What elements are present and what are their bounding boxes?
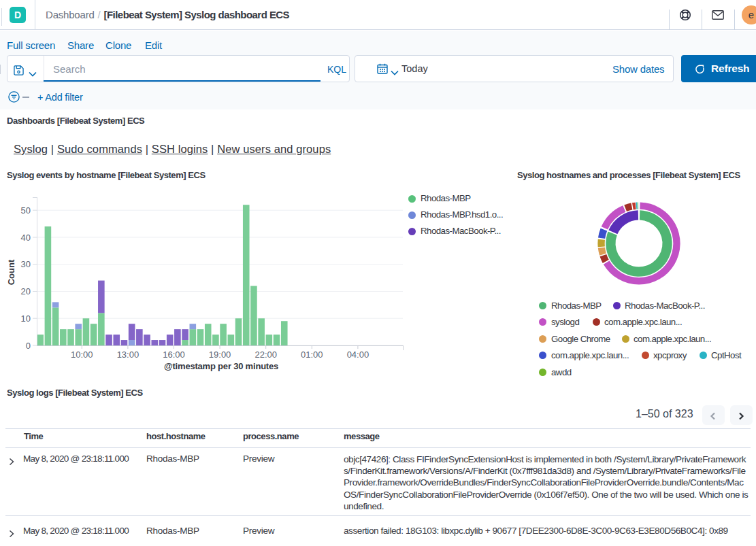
svg-text:0: 0 [26,341,31,351]
svg-text:50: 50 [21,205,31,216]
svg-text:16:00: 16:00 [163,349,185,360]
svg-text:10:00: 10:00 [71,349,93,360]
svg-text:13:00: 13:00 [117,349,139,360]
svg-text:20: 20 [21,286,31,296]
svg-text:19:00: 19:00 [209,349,231,360]
svg-text:10: 10 [21,313,31,324]
svg-text:40: 40 [21,233,31,243]
svg-text:01:00: 01:00 [301,349,323,360]
svg-text:30: 30 [21,259,31,269]
svg-text:04:00: 04:00 [347,349,369,360]
svg-text:22:00: 22:00 [254,349,277,360]
